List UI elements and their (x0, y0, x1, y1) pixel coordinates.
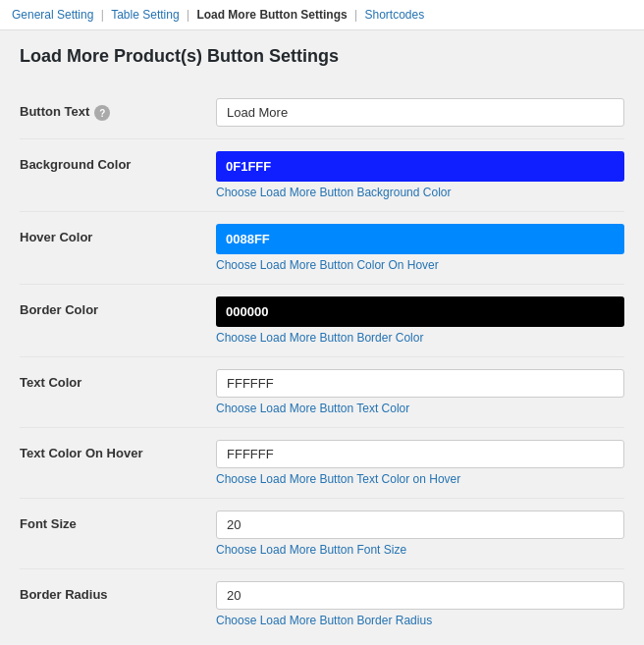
field-col-border-radius: Choose Load More Button Border Radius (216, 581, 624, 627)
nav-item-table-setting[interactable]: Table Setting (111, 8, 179, 22)
color-swatch-border-color[interactable]: 000000 (216, 296, 624, 327)
color-swatch-hover-color[interactable]: 0088FF (216, 224, 624, 254)
settings-row-text-color: Text ColorChoose Load More Button Text C… (20, 357, 624, 428)
settings-row-text-color-hover: Text Color On HoverChoose Load More Butt… (20, 428, 624, 499)
hint-text-color[interactable]: Choose Load More Button Text Color (216, 402, 624, 415)
nav-separator: | (184, 8, 193, 22)
hint-text-color-hover[interactable]: Choose Load More Button Text Color on Ho… (216, 472, 624, 486)
field-col-border-color: 000000Choose Load More Button Border Col… (216, 296, 624, 345)
field-label-background-color: Background Color (20, 157, 131, 172)
settings-row-font-size: Font SizeChoose Load More Button Font Si… (20, 499, 624, 569)
field-label-text-color: Text Color (20, 375, 81, 390)
fields-container: Button Text?Background Color0F1FFFChoose… (20, 86, 624, 639)
page-title: Load More Product(s) Button Settings (20, 46, 624, 67)
nav-item-load-more-button-settings[interactable]: Load More Button Settings (196, 8, 347, 22)
nav-bar: General Setting | Table Setting | Load M… (0, 0, 644, 30)
field-label-border-color: Border Color (20, 302, 98, 317)
label-col-background-color: Background Color (20, 151, 216, 172)
color-swatch-background-color[interactable]: 0F1FFF (216, 151, 624, 182)
settings-row-border-radius: Border RadiusChoose Load More Button Bor… (20, 569, 624, 639)
nav-item-shortcodes[interactable]: Shortcodes (365, 8, 425, 22)
field-label-hover-color: Hover Color (20, 230, 92, 244)
nav-separator: | (351, 8, 361, 22)
hint-border-color[interactable]: Choose Load More Button Border Color (216, 331, 624, 345)
page-content: Load More Product(s) Button Settings But… (0, 30, 644, 645)
hint-background-color[interactable]: Choose Load More Button Background Color (216, 186, 624, 199)
field-label-text-color-hover: Text Color On Hover (20, 446, 142, 460)
field-col-background-color: 0F1FFFChoose Load More Button Background… (216, 151, 624, 199)
label-col-border-color: Border Color (20, 296, 216, 317)
label-col-font-size: Font Size (20, 511, 216, 531)
field-col-text-color-hover: Choose Load More Button Text Color on Ho… (216, 440, 624, 486)
input-font-size[interactable] (216, 511, 624, 539)
help-icon-button-text[interactable]: ? (94, 105, 110, 121)
input-text-color-hover[interactable] (216, 440, 624, 468)
hint-border-radius[interactable]: Choose Load More Button Border Radius (216, 614, 624, 627)
hint-hover-color[interactable]: Choose Load More Button Color On Hover (216, 258, 624, 272)
input-text-color[interactable] (216, 369, 624, 398)
field-col-hover-color: 0088FFChoose Load More Button Color On H… (216, 224, 624, 272)
label-col-border-radius: Border Radius (20, 581, 216, 602)
label-col-text-color: Text Color (20, 369, 216, 390)
input-button-text[interactable] (216, 98, 624, 127)
field-col-font-size: Choose Load More Button Font Size (216, 511, 624, 557)
label-col-text-color-hover: Text Color On Hover (20, 440, 216, 460)
field-col-text-color: Choose Load More Button Text Color (216, 369, 624, 415)
settings-row-hover-color: Hover Color0088FFChoose Load More Button… (20, 212, 624, 285)
hint-font-size[interactable]: Choose Load More Button Font Size (216, 543, 624, 557)
nav-item-general-setting[interactable]: General Setting (12, 8, 93, 22)
settings-row-background-color: Background Color0F1FFFChoose Load More B… (20, 139, 624, 212)
input-border-radius[interactable] (216, 581, 624, 610)
field-label-button-text: Button Text (20, 104, 89, 119)
label-col-button-text: Button Text? (20, 98, 216, 121)
field-label-font-size: Font Size (20, 516, 77, 531)
field-label-border-radius: Border Radius (20, 587, 108, 602)
field-col-button-text (216, 98, 624, 127)
nav-separator: | (97, 8, 107, 22)
label-col-hover-color: Hover Color (20, 224, 216, 244)
settings-row-button-text: Button Text? (20, 86, 624, 139)
page-container: General Setting | Table Setting | Load M… (0, 0, 644, 645)
settings-row-border-color: Border Color000000Choose Load More Butto… (20, 285, 624, 357)
